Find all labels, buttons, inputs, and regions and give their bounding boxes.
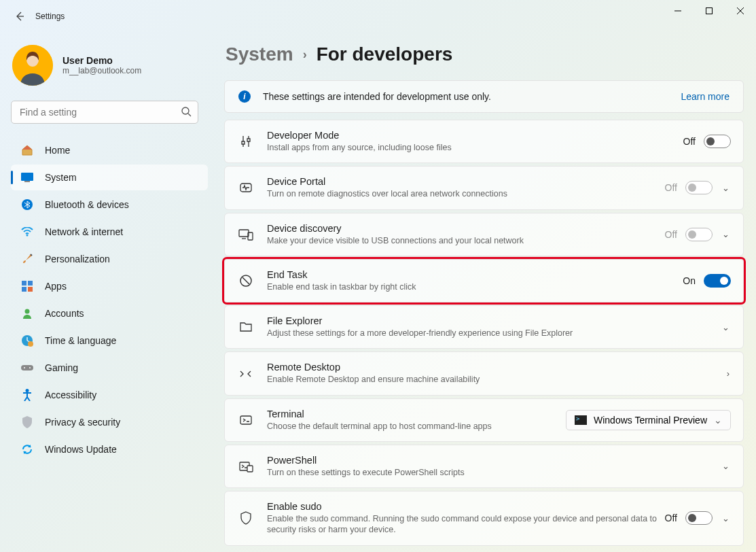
wifi-icon <box>20 225 34 239</box>
nav-bluetooth[interactable]: Bluetooth & devices <box>11 192 208 218</box>
banner-message: These settings are intended for developm… <box>263 91 681 102</box>
svg-rect-9 <box>22 287 26 292</box>
svg-rect-4 <box>24 181 30 182</box>
clock-globe-icon <box>20 334 34 347</box>
nav-label: Time & language <box>45 335 116 346</box>
nav-update[interactable]: Windows Update <box>11 436 208 462</box>
card-desc: Turn on these settings to execute PowerS… <box>267 467 721 478</box>
nav-label: Home <box>45 145 70 156</box>
chevron-down-icon[interactable]: ⌄ <box>721 322 731 332</box>
svg-point-15 <box>24 367 25 368</box>
chevron-down-icon[interactable]: ⌄ <box>721 183 731 193</box>
nav-time[interactable]: Time & language <box>11 328 208 353</box>
card-title: File Explorer <box>267 315 721 326</box>
toggle-portal[interactable] <box>685 181 713 194</box>
terminal-icon <box>237 411 255 429</box>
toggle-discovery[interactable] <box>685 228 713 241</box>
nav-label: Accounts <box>45 308 84 319</box>
breadcrumb-sep: › <box>303 48 307 62</box>
card-title: Terminal <box>267 409 566 419</box>
card-remote-desktop[interactable]: Remote DesktopEnable Remote Desktop and … <box>224 351 744 395</box>
card-title: Device Portal <box>267 176 665 187</box>
titlebar: Settings <box>0 0 756 33</box>
accessibility-icon <box>20 388 34 402</box>
search-input[interactable] <box>11 101 198 124</box>
card-desc: Enable end task in taskbar by right clic… <box>267 281 683 292</box>
nav-label: Privacy & security <box>45 417 120 428</box>
svg-point-11 <box>25 309 30 314</box>
profile-block[interactable]: User Demo m__lab@outlook.com <box>11 39 208 98</box>
update-icon <box>20 443 34 456</box>
sidebar: User Demo m__lab@outlook.com Home System… <box>0 33 211 552</box>
avatar <box>12 45 53 86</box>
nav-accounts[interactable]: Accounts <box>11 300 208 326</box>
search-icon <box>181 106 192 120</box>
toggle-devmode[interactable] <box>704 135 731 148</box>
chevron-down-icon: ⌄ <box>714 415 722 426</box>
back-button[interactable] <box>10 6 30 27</box>
terminal-app-icon <box>575 415 587 425</box>
chevron-down-icon[interactable]: ⌄ <box>721 513 731 523</box>
card-desc: Enable the sudo command. Running the sud… <box>267 513 665 536</box>
nav-label: System <box>45 172 77 183</box>
breadcrumb-system[interactable]: System <box>226 44 293 65</box>
folder-icon <box>237 318 255 336</box>
card-developer-mode[interactable]: Developer ModeInstall apps from any sour… <box>224 120 744 163</box>
toggle-label: On <box>683 275 696 286</box>
minimize-icon <box>674 7 681 14</box>
card-end-task[interactable]: End TaskEnable end task in taskbar by ri… <box>224 259 744 303</box>
person-icon <box>20 307 34 320</box>
maximize-button[interactable] <box>694 0 725 22</box>
page-title: For developers <box>317 44 453 65</box>
main-content: System › For developers i These settings… <box>211 33 756 552</box>
card-device-discovery[interactable]: Device discoveryMake your device visible… <box>224 213 744 256</box>
card-device-portal[interactable]: Device PortalTurn on remote diagnostics … <box>224 166 744 209</box>
svg-point-17 <box>26 389 29 392</box>
chevron-down-icon[interactable]: ⌄ <box>721 229 731 239</box>
nav-network[interactable]: Network & internet <box>11 219 208 245</box>
nav-privacy[interactable]: Privacy & security <box>11 409 208 435</box>
toggle-label: Off <box>665 229 677 240</box>
nav-label: Network & internet <box>45 226 123 237</box>
svg-rect-19 <box>239 230 249 237</box>
card-file-explorer[interactable]: File ExplorerAdjust these settings for a… <box>224 305 744 349</box>
nav-personalization[interactable]: Personalization <box>11 246 208 272</box>
card-terminal[interactable]: TerminalChoose the default terminal app … <box>224 398 744 442</box>
profile-email: m__lab@outlook.com <box>62 66 141 75</box>
toggle-label: Off <box>665 182 677 193</box>
chevron-right-icon[interactable]: › <box>725 368 731 379</box>
close-button[interactable] <box>725 0 756 22</box>
shield-icon <box>20 415 34 429</box>
apps-icon <box>20 279 34 293</box>
maximize-icon <box>706 7 713 14</box>
svg-point-2 <box>182 107 189 114</box>
toggle-sudo[interactable] <box>685 511 713 525</box>
svg-rect-8 <box>28 281 33 286</box>
profile-name: User Demo <box>62 55 141 66</box>
nav-system[interactable]: System <box>11 165 208 190</box>
tools-icon <box>237 133 255 150</box>
nav-accessibility[interactable]: Accessibility <box>11 382 208 408</box>
svg-rect-3 <box>21 173 33 181</box>
card-powershell[interactable]: PowerShellTurn on these settings to exec… <box>224 445 744 488</box>
nav-label: Personalization <box>45 254 110 264</box>
toggle-endtask[interactable] <box>704 274 731 288</box>
nav-home[interactable]: Home <box>11 137 208 163</box>
sudo-shield-icon <box>237 509 255 527</box>
nav-apps[interactable]: Apps <box>11 273 208 299</box>
nav-gaming[interactable]: Gaming <box>11 355 208 381</box>
back-arrow-icon <box>14 11 25 22</box>
chevron-down-icon[interactable]: ⌄ <box>721 461 731 471</box>
card-title: Remote Desktop <box>267 362 725 373</box>
card-title: Developer Mode <box>267 130 683 141</box>
svg-rect-24 <box>247 466 253 472</box>
learn-more-link[interactable]: Learn more <box>681 91 730 102</box>
svg-point-16 <box>29 367 31 368</box>
card-title: End Task <box>267 269 683 280</box>
terminal-select[interactable]: Windows Terminal Preview ⌄ <box>566 410 731 430</box>
card-enable-sudo[interactable]: Enable sudoEnable the sudo command. Runn… <box>224 491 744 546</box>
nav-label: Apps <box>45 281 67 292</box>
minimize-button[interactable] <box>662 0 694 22</box>
svg-point-6 <box>26 235 29 237</box>
bluetooth-icon <box>20 198 34 211</box>
